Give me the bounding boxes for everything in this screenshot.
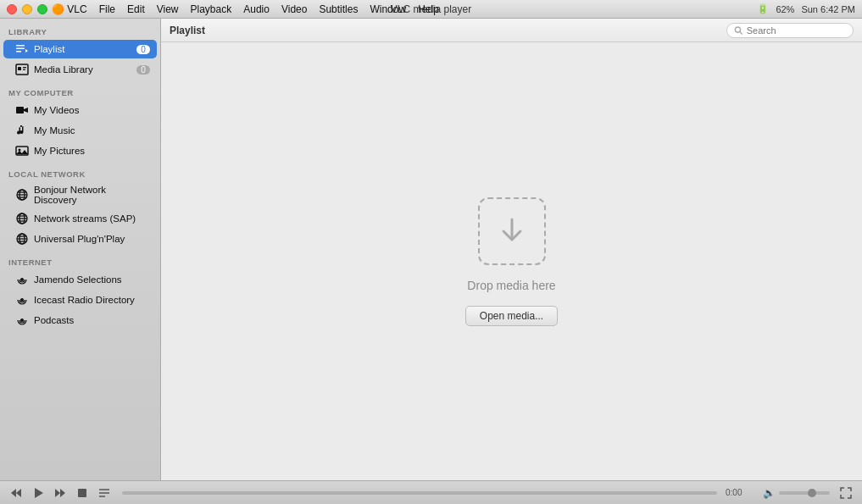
svg-rect-2 (16, 51, 21, 53)
menu-edit[interactable]: Edit (122, 2, 150, 17)
sidebar-item-my-videos[interactable]: My Videos (3, 101, 157, 119)
battery-icon: 🔋 (757, 3, 769, 14)
stop-button[interactable] (73, 485, 92, 501)
playlist-badge: 0 (136, 45, 150, 54)
podcast-icon-podcasts (15, 313, 29, 327)
sidebar-item-media-library[interactable]: Media Library 0 (3, 60, 157, 79)
sidebar-item-podcasts[interactable]: Podcasts (3, 311, 157, 330)
section-my-computer: MY COMPUTER (0, 80, 160, 100)
menu-file[interactable]: File (94, 2, 120, 17)
menu-vlc[interactable]: 🟠 VLC (47, 2, 92, 17)
panel-title: Playlist (170, 25, 205, 36)
menu-audio[interactable]: Audio (238, 2, 275, 17)
jamendo-label: Jamendo Selections (34, 274, 122, 285)
svg-marker-12 (16, 150, 28, 154)
svg-rect-5 (18, 67, 21, 70)
playlist-toggle-button[interactable] (95, 485, 114, 501)
svg-rect-8 (16, 107, 24, 114)
menu-window[interactable]: Window (364, 2, 411, 17)
volume-icon: 🔈 (763, 487, 776, 499)
globe-icon-bonjour (15, 188, 29, 202)
content-area: LIBRARY Playlist 0 Media Library 0 MY CO… (0, 19, 862, 480)
menu-bar: 🟠 VLC File Edit View Playback Audio Vide… (47, 2, 444, 17)
sidebar-item-playlist[interactable]: Playlist 0 (3, 40, 157, 58)
sidebar-item-universal-plug[interactable]: Universal Plug'n'Play (3, 230, 157, 248)
network-streams-label: Network streams (SAP) (34, 213, 136, 224)
menu-subtitles[interactable]: Subtitles (314, 2, 363, 17)
svg-marker-9 (24, 108, 28, 113)
media-library-icon (15, 63, 29, 76)
drop-arrow-icon (493, 213, 531, 250)
svg-line-32 (740, 31, 742, 34)
podcast-icon-jamendo (15, 273, 29, 286)
svg-rect-7 (23, 69, 25, 70)
progress-bar-container[interactable] (122, 491, 717, 495)
sidebar: LIBRARY Playlist 0 Media Library 0 MY CO… (0, 19, 161, 480)
sidebar-item-icecast[interactable]: Icecast Radio Directory (3, 291, 157, 309)
sidebar-item-my-music[interactable]: My Music (3, 121, 157, 140)
svg-point-30 (20, 318, 24, 322)
svg-rect-6 (23, 67, 26, 68)
sidebar-item-bonjour[interactable]: Bonjour Network Discovery (3, 182, 157, 208)
media-library-badge: 0 (136, 65, 150, 75)
close-button[interactable] (7, 4, 17, 14)
playlist-icon (15, 42, 29, 56)
titlebar: 🟠 VLC File Edit View Playback Audio Vide… (0, 0, 862, 19)
section-library: LIBRARY (0, 19, 160, 39)
menu-help[interactable]: Help (413, 2, 444, 17)
svg-marker-33 (11, 489, 16, 497)
search-box[interactable] (726, 23, 854, 38)
podcasts-label: Podcasts (34, 315, 74, 325)
time-display: 0:00 (726, 488, 759, 497)
my-pictures-label: My Pictures (34, 146, 85, 156)
svg-rect-1 (16, 48, 25, 50)
svg-marker-36 (55, 489, 60, 497)
svg-rect-0 (16, 45, 25, 47)
search-icon (734, 25, 743, 36)
main-panel: Playlist Drop media here O (161, 19, 862, 480)
menu-video[interactable]: Video (276, 2, 312, 17)
sidebar-item-network-streams[interactable]: Network streams (SAP) (3, 209, 157, 228)
media-library-label: Media Library (34, 64, 93, 75)
app: LIBRARY Playlist 0 Media Library 0 MY CO… (0, 19, 862, 504)
section-internet: INTERNET (0, 249, 160, 269)
clock: Sun 6:42 PM (801, 4, 855, 14)
open-media-button[interactable]: Open media... (465, 306, 558, 326)
sidebar-item-jamendo[interactable]: Jamendo Selections (3, 270, 157, 289)
video-icon (15, 103, 29, 117)
play-button[interactable] (29, 485, 47, 501)
battery-level: 62% (776, 4, 794, 14)
svg-rect-38 (78, 489, 86, 497)
section-local-network: LOCAL NETWORK (0, 161, 160, 181)
universal-plug-label: Universal Plug'n'Play (34, 234, 125, 244)
panel-header: Playlist (161, 19, 862, 42)
menu-view[interactable]: View (152, 2, 184, 17)
svg-marker-35 (35, 488, 43, 498)
icecast-label: Icecast Radio Directory (34, 295, 135, 305)
playlist-label: Playlist (34, 44, 64, 54)
search-input[interactable] (747, 25, 846, 36)
drop-text: Drop media here (467, 279, 555, 292)
menu-playback[interactable]: Playback (186, 2, 237, 17)
svg-marker-34 (16, 489, 21, 497)
traffic-lights (7, 4, 47, 14)
music-icon (15, 124, 29, 137)
photo-icon (15, 144, 29, 158)
system-icons: 🔋 62% Sun 6:42 PM (757, 3, 855, 14)
svg-marker-3 (25, 49, 28, 53)
fullscreen-button[interactable] (837, 485, 855, 501)
rewind-button[interactable] (7, 485, 25, 501)
podcast-icon-icecast (15, 293, 29, 307)
drop-area: Drop media here Open media... (161, 42, 862, 480)
my-videos-label: My Videos (34, 105, 79, 115)
minimize-button[interactable] (22, 4, 32, 14)
bottom-bar: 0:00 🔈 (0, 480, 862, 504)
globe-icon-upnp (15, 232, 29, 246)
drop-icon-container (478, 197, 546, 265)
bonjour-label: Bonjour Network Discovery (34, 185, 150, 205)
volume-slider[interactable] (779, 491, 830, 495)
svg-point-29 (20, 298, 24, 302)
fast-forward-button[interactable] (51, 485, 70, 501)
my-music-label: My Music (34, 125, 75, 136)
sidebar-item-my-pictures[interactable]: My Pictures (3, 141, 157, 160)
